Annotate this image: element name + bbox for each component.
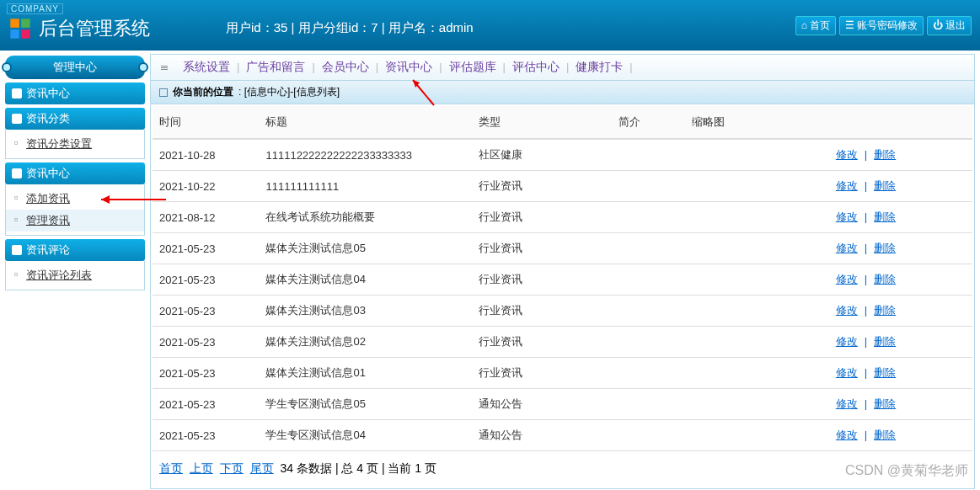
table-row: 2021-05-23媒体关注测试信息05行业资讯修改|删除: [153, 233, 972, 264]
box-icon: [12, 168, 22, 178]
delete-link[interactable]: 删除: [874, 242, 896, 254]
delete-link[interactable]: 删除: [874, 179, 896, 192]
column-header: 简介: [612, 106, 686, 139]
column-header: 缩略图: [685, 106, 759, 139]
breadcrumb: 你当前的位置 : [信息中心]-[信息列表]: [150, 81, 975, 104]
sidebar-section[interactable]: 资讯中心: [5, 162, 145, 184]
company-badge: COMPANY: [7, 3, 63, 14]
box-icon: [12, 245, 22, 255]
page-last[interactable]: 尾页: [250, 461, 274, 475]
delete-link[interactable]: 删除: [874, 210, 896, 223]
page-info: 34 条数据 | 总 4 页 | 当前 1 页: [281, 461, 436, 475]
header: COMPANY 后台管理系统 用户id：35 | 用户分组id：7 | 用户名：…: [0, 0, 980, 51]
power-icon: ⏻: [933, 19, 943, 31]
table-row: 2021-08-12在线考试系统功能概要行业资讯修改|删除: [153, 202, 972, 233]
system-title: 后台管理系统: [39, 16, 150, 41]
edit-link[interactable]: 修改: [836, 210, 858, 223]
location-icon: [159, 88, 168, 97]
page-next[interactable]: 下页: [220, 461, 244, 475]
nav-item[interactable]: 会员中心: [315, 60, 376, 73]
edit-link[interactable]: 修改: [836, 179, 858, 192]
list-icon: ☰: [845, 19, 854, 31]
sidebar-title: 管理中心: [5, 56, 145, 79]
page-first[interactable]: 首页: [159, 461, 183, 475]
home-button[interactable]: ⌂首页: [795, 16, 836, 35]
edit-link[interactable]: 修改: [836, 335, 858, 348]
table-row: 2021-10-28111112222222222233333333社区健康修改…: [153, 139, 972, 171]
dots-icon: [12, 88, 22, 99]
column-header: 时间: [153, 106, 259, 139]
svg-rect-2: [10, 29, 19, 38]
edit-link[interactable]: 修改: [836, 242, 858, 254]
table-row: 2021-05-23学生专区测试信息05通知公告修改|删除: [153, 389, 972, 420]
watermark: CSDN @黄菊华老师: [845, 462, 968, 480]
delete-link[interactable]: 删除: [874, 335, 896, 348]
delete-link[interactable]: 删除: [874, 273, 896, 285]
delete-link[interactable]: 删除: [874, 304, 896, 317]
edit-link[interactable]: 修改: [836, 429, 858, 441]
table-row: 2021-05-23媒体关注测试信息03行业资讯修改|删除: [153, 296, 972, 327]
sidebar: 管理中心 资讯中心 资讯分类资讯分类设置资讯中心添加资讯管理资讯资讯评论资讯评论…: [0, 51, 150, 490]
table-row: 2021-05-23媒体关注测试信息02行业资讯修改|删除: [153, 327, 972, 358]
page-prev[interactable]: 上页: [190, 461, 213, 475]
edit-link[interactable]: 修改: [836, 148, 858, 161]
sidebar-item[interactable]: 资讯分类设置: [6, 133, 144, 155]
nav-item[interactable]: 健康打卡: [569, 60, 629, 73]
password-button[interactable]: ☰账号密码修改: [839, 16, 924, 35]
box-icon: [12, 114, 22, 124]
column-header: 标题: [259, 106, 472, 139]
svg-rect-0: [10, 19, 19, 27]
delete-link[interactable]: 删除: [874, 429, 896, 441]
edit-link[interactable]: 修改: [836, 273, 858, 285]
table-row: 2021-05-23媒体关注测试信息01行业资讯修改|删除: [153, 358, 972, 389]
svg-rect-3: [21, 29, 29, 38]
sidebar-section[interactable]: 资讯评论: [5, 239, 145, 261]
user-info: 用户id：35 | 用户分组id：7 | 用户名：admin: [226, 20, 474, 36]
data-table: 时间标题类型简介缩略图 2021-10-28111112222222222233…: [153, 106, 972, 451]
delete-link[interactable]: 删除: [874, 397, 896, 410]
sidebar-item[interactable]: 管理资讯: [6, 210, 144, 232]
edit-link[interactable]: 修改: [836, 366, 858, 379]
nav-item[interactable]: 评估题库: [442, 60, 503, 73]
edit-link[interactable]: 修改: [836, 397, 858, 410]
nav-item[interactable]: 广告和留言: [239, 60, 312, 73]
sidebar-item[interactable]: 添加资讯: [6, 188, 144, 210]
home-icon: ⌂: [801, 19, 807, 31]
column-header: 类型: [472, 106, 611, 139]
nav-item[interactable]: 评估中心: [506, 60, 566, 73]
table-row: 2021-05-23学生专区测试信息04通知公告修改|删除: [153, 420, 972, 451]
nav-item[interactable]: 资讯中心: [378, 60, 439, 73]
table-row: 2021-10-22111111111111行业资讯修改|删除: [153, 171, 972, 202]
svg-rect-1: [21, 19, 29, 27]
sidebar-section[interactable]: 资讯分类: [5, 108, 145, 130]
column-header: [759, 106, 972, 139]
delete-link[interactable]: 删除: [874, 148, 896, 161]
edit-link[interactable]: 修改: [836, 304, 858, 317]
logo-icon: [8, 17, 32, 40]
exit-button[interactable]: ⏻退出: [927, 16, 972, 35]
sidebar-item[interactable]: 资讯评论列表: [6, 264, 144, 286]
menu-icon: [161, 65, 168, 71]
nav-item[interactable]: 系统设置: [176, 60, 237, 73]
delete-link[interactable]: 删除: [874, 366, 896, 379]
table-row: 2021-05-23媒体关注测试信息04行业资讯修改|删除: [153, 264, 972, 296]
top-nav: 系统设置|广告和留言|会员中心|资讯中心|评估题库|评估中心|健康打卡|: [150, 54, 975, 81]
sidebar-heading: 资讯中心: [5, 83, 145, 104]
